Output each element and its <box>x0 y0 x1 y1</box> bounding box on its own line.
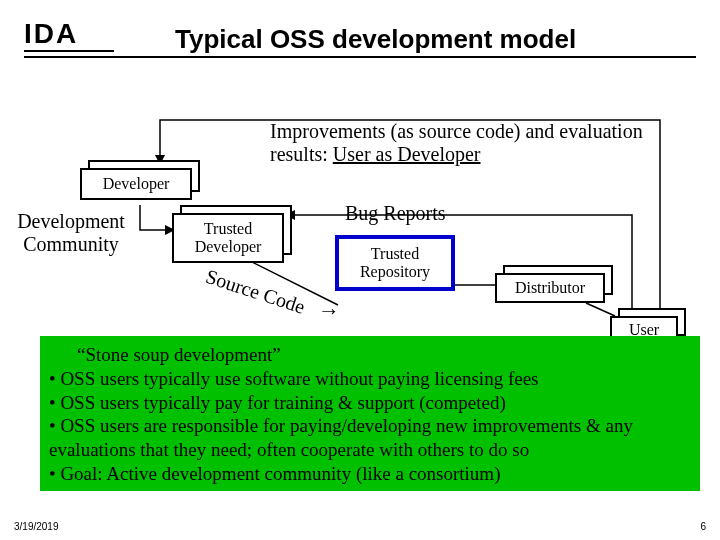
title-underline <box>24 56 696 58</box>
trusted-dev-line2: Developer <box>195 238 262 256</box>
improvements-label: Improvements (as source code) and evalua… <box>270 120 670 166</box>
developer-label-text: Developer <box>103 175 170 193</box>
bullet-3: • OSS users are responsible for paying/d… <box>49 414 691 462</box>
dev-community-label: Development Community <box>6 210 136 256</box>
bullet-1: • OSS users typically use software witho… <box>49 367 691 391</box>
page-title: Typical OSS development model <box>175 24 576 55</box>
logo: IDA <box>24 18 78 50</box>
source-code-label: Source Code <box>203 265 308 319</box>
trusted-developer-box: Trusted Developer <box>172 205 296 265</box>
distributor-label: Distributor <box>515 279 585 297</box>
trusted-dev-line1: Trusted <box>204 220 252 238</box>
footer-date: 3/19/2019 <box>14 521 59 532</box>
logo-underline <box>24 50 114 52</box>
improvements-emphasis: User as Developer <box>333 143 481 165</box>
dev-community-line1: Development <box>6 210 136 233</box>
footer-page: 6 <box>700 521 706 532</box>
arrow-right-icon: → <box>318 298 340 324</box>
diagram-canvas: Improvements (as source code) and evalua… <box>0 60 720 520</box>
bullet-2: • OSS users typically pay for training &… <box>49 391 691 415</box>
trusted-repository-box: Trusted Repository <box>335 235 465 295</box>
bullet-lead: “Stone soup development” <box>49 343 691 367</box>
dev-community-line2: Community <box>6 233 136 256</box>
green-panel: “Stone soup development” • OSS users typ… <box>40 336 700 491</box>
bug-reports-label: Bug Reports <box>345 202 446 225</box>
bullet-4: • Goal: Active development community (li… <box>49 462 691 486</box>
trusted-repo-line2: Repository <box>360 263 430 281</box>
developer-box: Developer <box>80 160 200 200</box>
distributor-box: Distributor <box>495 265 615 305</box>
trusted-repo-line1: Trusted <box>371 245 419 263</box>
